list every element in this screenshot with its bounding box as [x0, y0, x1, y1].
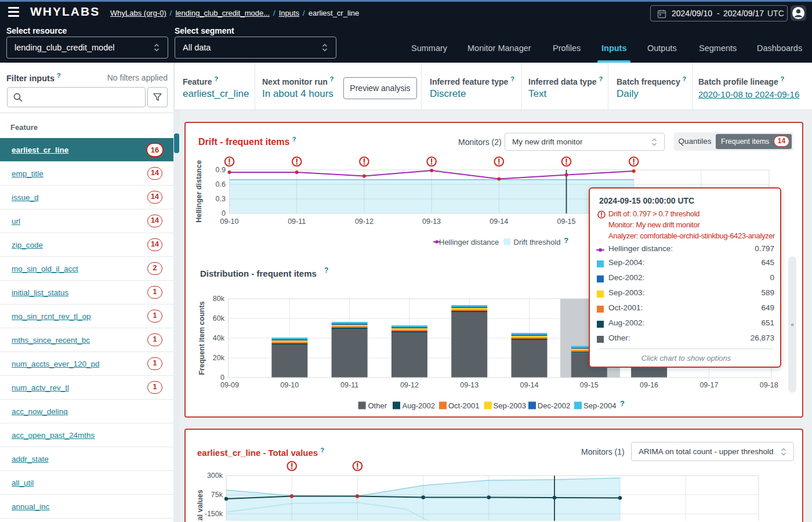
- svg-text:300k: 300k: [207, 472, 223, 480]
- svg-text:20k: 20k: [213, 354, 225, 362]
- svg-text:Oct-2001: Oct-2001: [448, 401, 479, 410]
- svg-text:Sep-2004: Sep-2004: [583, 401, 616, 410]
- svg-text:09-15: 09-15: [557, 217, 576, 226]
- svg-text:09-12: 09-12: [355, 217, 374, 226]
- svg-text:75k: 75k: [211, 491, 223, 499]
- svg-text:Other: Other: [368, 401, 387, 410]
- svg-text:09-14: 09-14: [520, 381, 539, 389]
- svg-text:40k: 40k: [213, 334, 225, 342]
- svg-text:0.9: 0.9: [216, 166, 226, 174]
- svg-text:60k: 60k: [213, 314, 225, 322]
- svg-text:Hellinger distance: Hellinger distance: [195, 160, 203, 223]
- svg-text:Hellinger distance: Hellinger distance: [439, 238, 499, 246]
- svg-text:Drift threshold: Drift threshold: [514, 238, 561, 246]
- svg-text:0.6: 0.6: [216, 180, 226, 188]
- svg-text:?: ?: [324, 266, 328, 274]
- svg-text:0: 0: [222, 209, 226, 217]
- svg-text:09-13: 09-13: [422, 217, 441, 226]
- svg-text:09-09: 09-09: [220, 381, 239, 389]
- svg-text:?: ?: [620, 399, 625, 408]
- svg-text:09-13: 09-13: [460, 381, 478, 389]
- svg-text:Aug-2002: Aug-2002: [403, 401, 435, 410]
- svg-text:09-12: 09-12: [400, 381, 419, 389]
- svg-text:Sep-2003: Sep-2003: [494, 401, 526, 410]
- svg-text:?: ?: [564, 236, 568, 245]
- svg-text:09-16: 09-16: [640, 381, 658, 389]
- svg-text:09-10: 09-10: [280, 381, 299, 389]
- svg-text:09-10: 09-10: [220, 217, 239, 226]
- svg-text:Distribution - frequent items: Distribution - frequent items: [200, 269, 317, 278]
- svg-text:Dec-2002: Dec-2002: [538, 401, 570, 410]
- svg-text:Frequent item counts: Frequent item counts: [198, 301, 206, 375]
- svg-text:09-15: 09-15: [580, 381, 599, 389]
- svg-text:09-17: 09-17: [699, 381, 718, 389]
- svg-text:80k: 80k: [213, 295, 225, 303]
- svg-text:09-11: 09-11: [288, 217, 306, 226]
- svg-text:09-18: 09-18: [760, 381, 778, 389]
- svg-text:0.3: 0.3: [216, 195, 226, 203]
- svg-text:-150k: -150k: [205, 510, 223, 518]
- svg-text:Total values: Total values: [196, 490, 204, 521]
- svg-text:0: 0: [220, 374, 224, 382]
- svg-text:09-11: 09-11: [340, 381, 358, 389]
- svg-text:09-14: 09-14: [490, 217, 508, 226]
